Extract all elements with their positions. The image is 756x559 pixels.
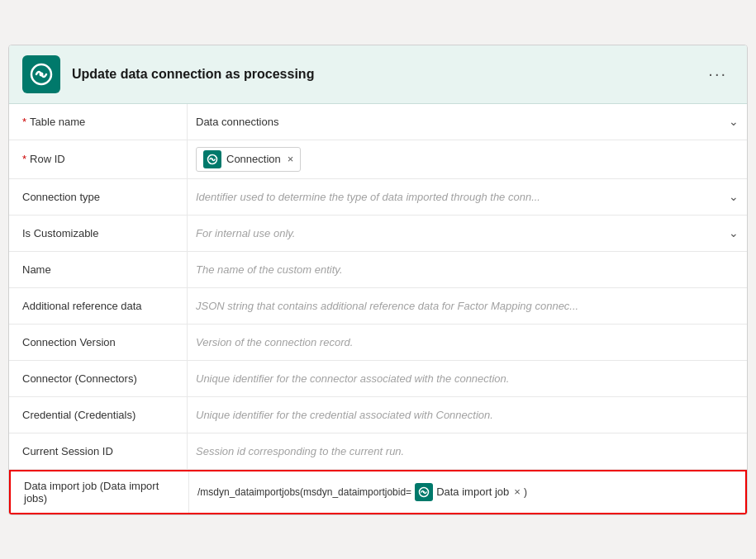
form-content: * Table nameData connections⌄* Row IDCon…	[9, 104, 747, 514]
header-menu-button[interactable]: ···	[701, 61, 734, 87]
field-row-row-id: * Row IDConnection×	[9, 140, 747, 179]
field-row-is-customizable: Is CustomizableFor internal use only.⌄	[9, 216, 747, 252]
field-placeholder-additional-reference-data: JSON string that contains additional ref…	[196, 300, 578, 312]
field-placeholder-name: The name of the custom entity.	[196, 263, 343, 276]
field-row-connector: Connector (Connectors)Unique identifier …	[9, 361, 747, 397]
row-id-tag: Connection×	[196, 147, 301, 172]
field-label-connector: Connector (Connectors)	[9, 361, 187, 396]
svg-point-3	[212, 158, 213, 159]
field-placeholder-current-session-id: Session id corresponding to the current …	[196, 445, 404, 457]
field-value-is-customizable[interactable]: For internal use only.⌄	[187, 216, 747, 251]
field-label-additional-reference-data: Additional reference data	[9, 288, 187, 324]
field-row-data-import-job: Data import job (Data import jobs)/msdyn…	[9, 470, 747, 514]
field-value-connector[interactable]: Unique identifier for the connector asso…	[187, 361, 747, 396]
field-row-connection-type: Connection typeIdentifier used to determ…	[9, 179, 747, 216]
field-row-current-session-id: Current Session IDSession id correspondi…	[9, 433, 747, 470]
field-label-row-id: * Row ID	[9, 140, 187, 178]
data-import-value-container: /msdyn_dataimportjobs(msdyn_dataimportjo…	[197, 483, 527, 501]
header: Update data connection as processing ···	[9, 45, 747, 104]
field-label-data-import-job: Data import job (Data import jobs)	[11, 471, 188, 513]
tag-label: Connection	[226, 153, 281, 165]
field-placeholder-connector: Unique identifier for the connector asso…	[196, 372, 509, 385]
field-value-name[interactable]: The name of the custom entity.	[187, 252, 747, 287]
field-label-connection-version: Connection Version	[9, 325, 187, 360]
header-title: Update data connection as processing	[72, 67, 701, 82]
field-placeholder-connection-version: Version of the connection record.	[196, 336, 353, 348]
tag-close-button[interactable]: ×	[288, 153, 294, 165]
field-label-table-name: * Table name	[9, 104, 187, 140]
field-value-connection-type[interactable]: Identifier used to determine the type of…	[187, 179, 747, 215]
field-value-table-name[interactable]: Data connections⌄	[187, 104, 747, 140]
field-value-additional-reference-data[interactable]: JSON string that contains additional ref…	[187, 288, 747, 324]
field-label-connection-type: Connection type	[9, 179, 187, 215]
svg-point-5	[423, 490, 425, 492]
dropdown-placeholder: Identifier used to determine the type of…	[196, 191, 540, 203]
data-import-path-prefix: /msdyn_dataimportjobs(msdyn_dataimportjo…	[197, 486, 411, 498]
chevron-down-icon: ⌄	[729, 226, 739, 239]
field-label-is-customizable: Is Customizable	[9, 216, 187, 251]
svg-point-1	[40, 72, 44, 76]
chevron-down-icon: ⌄	[729, 115, 739, 128]
data-import-tag-icon	[415, 483, 433, 501]
field-value-credential[interactable]: Unique identifier for the credential ass…	[187, 397, 747, 433]
dropdown-selected-value: Data connections	[196, 116, 278, 128]
chevron-down-icon: ⌄	[729, 190, 739, 203]
field-row-credential: Credential (Credentials)Unique identifie…	[9, 397, 747, 433]
field-value-data-import-job[interactable]: /msdyn_dataimportjobs(msdyn_dataimportjo…	[188, 471, 745, 513]
data-import-close-button[interactable]: ×	[514, 486, 521, 498]
dropdown-placeholder: For internal use only.	[196, 227, 295, 239]
tag-container: Connection×	[196, 147, 301, 172]
required-marker: *	[22, 116, 26, 128]
field-label-name: Name	[9, 252, 187, 287]
field-row-name: NameThe name of the custom entity.	[9, 252, 747, 288]
data-import-tag-label: Data import job	[436, 486, 509, 498]
field-row-connection-version: Connection VersionVersion of the connect…	[9, 325, 747, 361]
field-label-credential: Credential (Credentials)	[9, 397, 187, 433]
required-marker: *	[22, 153, 26, 165]
field-value-current-session-id[interactable]: Session id corresponding to the current …	[187, 433, 747, 469]
data-import-path-suffix: )	[524, 486, 527, 498]
main-card: Update data connection as processing ···…	[8, 45, 748, 515]
field-row-additional-reference-data: Additional reference dataJSON string tha…	[9, 288, 747, 325]
field-label-current-session-id: Current Session ID	[9, 433, 187, 469]
field-placeholder-credential: Unique identifier for the credential ass…	[196, 409, 493, 421]
field-value-row-id[interactable]: Connection×	[187, 140, 747, 178]
field-value-connection-version[interactable]: Version of the connection record.	[187, 325, 747, 360]
app-icon	[22, 55, 60, 93]
field-row-table-name: * Table nameData connections⌄	[9, 104, 747, 140]
tag-icon	[203, 150, 221, 168]
